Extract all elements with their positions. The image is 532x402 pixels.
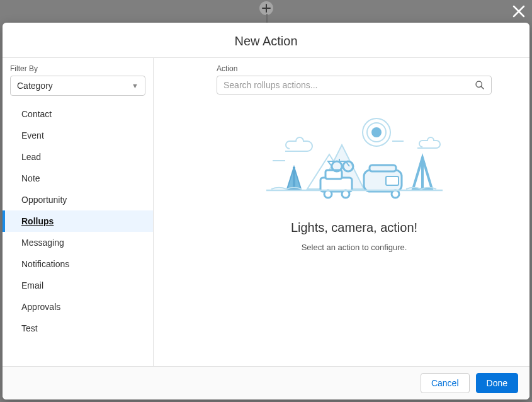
filter-by-select[interactable]: Category ▼ [10,76,145,96]
category-item[interactable]: Notifications [3,253,153,275]
category-item[interactable]: Opportunity [3,189,153,210]
modal-title: New Action [3,34,529,49]
filter-selected-value: Category [17,81,53,91]
svg-point-12 [324,190,332,198]
close-icon[interactable] [512,4,526,21]
svg-point-9 [392,190,399,198]
empty-state: Lights, camera, action! Select an action… [217,113,492,360]
category-item[interactable]: Test [3,318,153,339]
category-item[interactable]: Rollups [3,210,153,232]
chevron-down-icon: ▼ [132,82,139,89]
empty-state-illustration [260,113,449,208]
svg-rect-5 [421,158,424,189]
done-button[interactable]: Done [476,373,518,393]
filter-by-label: Filter By [10,64,145,73]
action-search-box[interactable] [217,76,492,95]
sidebar: Filter By Category ▼ ContactEventLeadNot… [3,58,154,366]
svg-rect-4 [293,167,295,189]
svg-rect-8 [386,176,399,185]
empty-state-title: Lights, camera, action! [291,221,417,235]
empty-state-subtitle: Select an action to configure. [302,243,407,252]
category-item[interactable]: Lead [3,146,153,168]
category-item[interactable]: Approvals [3,296,153,318]
category-item[interactable]: Contact [3,103,153,125]
add-action-icon [259,1,273,15]
category-item[interactable]: Note [3,168,153,189]
action-search-input[interactable] [224,80,475,90]
action-label: Action [217,64,492,73]
category-item[interactable]: Messaging [3,232,153,253]
main-panel: Action [154,58,529,366]
category-list: ContactEventLeadNoteOpportunityRollupsMe… [3,103,153,352]
modal-footer: Cancel Done [3,366,529,399]
category-item[interactable]: Email [3,275,153,296]
category-item[interactable]: Event [3,125,153,146]
svg-point-3 [371,127,382,137]
new-action-modal: New Action Filter By Category ▼ ContactE… [3,23,529,399]
cancel-button[interactable]: Cancel [421,373,470,393]
svg-rect-7 [370,165,396,171]
modal-header: New Action [3,23,529,58]
svg-point-13 [342,190,349,198]
search-icon [475,80,485,90]
